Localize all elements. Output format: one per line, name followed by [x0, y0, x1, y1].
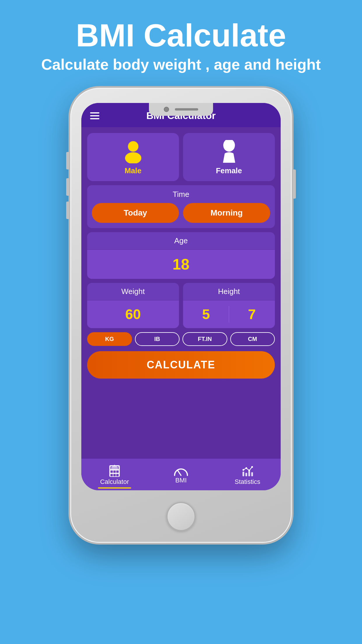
svg-point-3 — [224, 142, 234, 151]
age-section: Age 18 — [87, 232, 275, 279]
bottom-nav: Calculator BMI — [81, 459, 281, 490]
weight-value[interactable]: 60 — [87, 300, 179, 328]
morning-button[interactable]: Morning — [183, 203, 270, 223]
time-label: Time — [92, 190, 270, 199]
weight-card: Weight 60 — [87, 283, 179, 328]
male-figure-icon — [123, 140, 143, 163]
statistics-icon — [240, 464, 254, 478]
time-section: Time Today Morning — [87, 185, 275, 228]
lb-button[interactable]: IB — [135, 332, 180, 346]
svg-rect-22 — [245, 473, 247, 476]
nav-bmi[interactable]: BMI — [148, 459, 214, 490]
height-label: Height — [183, 283, 275, 300]
app-subtitle: Calculate body weight , age and height — [41, 56, 321, 73]
menu-line-3 — [90, 118, 99, 119]
male-label: Male — [125, 166, 142, 175]
age-value[interactable]: 18 — [87, 250, 275, 279]
nav-statistics[interactable]: Statistics — [214, 459, 281, 490]
home-button[interactable] — [166, 502, 196, 531]
phone-screen: BMI Calculator Male — [81, 103, 281, 490]
calculator-icon — [108, 464, 122, 478]
female-label: Female — [216, 166, 242, 175]
svg-rect-6 — [110, 470, 113, 473]
svg-rect-7 — [113, 470, 116, 473]
app-content: Male Female — [81, 127, 281, 459]
phone-notch — [149, 103, 213, 116]
svg-rect-9 — [110, 474, 113, 476]
weight-label: Weight — [87, 283, 179, 300]
female-card[interactable]: Female — [183, 133, 275, 181]
svg-line-18 — [243, 468, 246, 470]
svg-point-1 — [125, 152, 141, 163]
svg-rect-23 — [248, 471, 250, 476]
svg-line-13 — [178, 470, 181, 475]
svg-line-20 — [249, 467, 252, 470]
front-camera — [164, 107, 169, 112]
weight-values: 60 — [87, 300, 179, 328]
height-value-1[interactable]: 5 — [183, 300, 229, 328]
menu-button[interactable] — [90, 112, 99, 119]
phone-body: BMI Calculator Male — [70, 88, 292, 543]
app-title: BMI Calculate — [41, 18, 321, 53]
today-button[interactable]: Today — [92, 203, 179, 223]
phone-mockup: BMI Calculator Male — [70, 88, 292, 543]
svg-line-19 — [246, 468, 249, 470]
nav-bmi-label: BMI — [175, 477, 187, 484]
kg-button[interactable]: KG — [87, 332, 132, 346]
gender-selector: Male Female — [87, 133, 275, 181]
height-value-2[interactable]: 7 — [229, 300, 275, 328]
menu-line-1 — [90, 112, 99, 113]
svg-rect-21 — [242, 472, 244, 476]
speaker — [175, 108, 198, 111]
svg-point-0 — [128, 141, 138, 152]
svg-rect-24 — [251, 472, 253, 476]
nav-calculator[interactable]: Calculator — [81, 459, 148, 490]
bmi-icon — [173, 466, 189, 477]
page-header: BMI Calculate Calculate body weight , ag… — [41, 0, 321, 85]
height-values: 5 7 — [183, 300, 275, 328]
male-card[interactable]: Male — [87, 133, 179, 181]
nav-calculator-label: Calculator — [100, 478, 129, 486]
cm-button[interactable]: CM — [230, 332, 275, 346]
svg-rect-8 — [116, 470, 119, 473]
calculate-button[interactable]: CALCULATE — [87, 351, 275, 379]
ftin-button[interactable]: FT.IN — [182, 332, 227, 346]
nav-statistics-label: Statistics — [235, 478, 260, 486]
weight-height-row: Weight 60 Height 5 7 — [87, 283, 275, 328]
time-buttons-row: Today Morning — [92, 203, 270, 223]
age-label: Age — [87, 232, 275, 250]
menu-line-2 — [90, 115, 99, 116]
height-card: Height 5 7 — [183, 283, 275, 328]
female-figure-icon — [219, 140, 239, 163]
units-row: KG IB FT.IN CM — [87, 332, 275, 346]
svg-rect-10 — [113, 474, 116, 476]
svg-rect-11 — [116, 474, 119, 476]
